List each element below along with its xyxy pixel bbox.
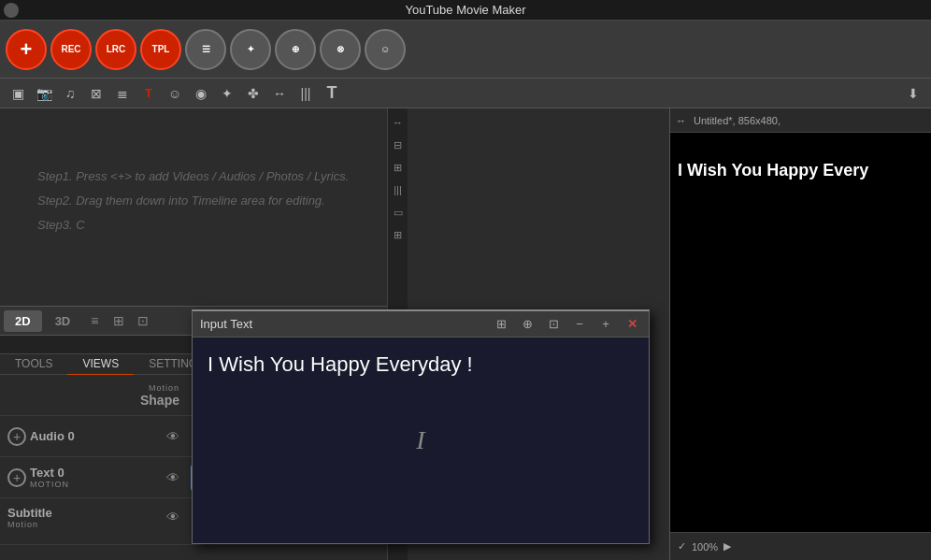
snowflake-button[interactable]: ✦ bbox=[230, 29, 271, 70]
modal-icon2[interactable]: ⊕ bbox=[518, 315, 537, 334]
play-button[interactable]: ▶ bbox=[723, 540, 731, 553]
subtitle-eye-icon[interactable]: 👁 bbox=[166, 510, 179, 524]
tab-2d[interactable]: 2D bbox=[4, 310, 42, 332]
window-icon bbox=[4, 3, 19, 18]
add-button[interactable]: + bbox=[6, 29, 47, 70]
sec-pin-icon[interactable]: ✤ bbox=[241, 81, 265, 106]
modal-text-content: I Wish You Happy Everyday ! bbox=[208, 352, 473, 376]
sec-toolbar: ▣ 📷 ♫ ⊠ ≣ T ☺ ◉ ✦ ✤ ↔ ||| T ⬇ bbox=[0, 79, 931, 108]
tpl-button[interactable]: TPL bbox=[140, 29, 181, 70]
sec-star-icon[interactable]: ✦ bbox=[215, 81, 239, 106]
subtitle-label: Subtitle Motion 👁 bbox=[0, 498, 187, 545]
audio0-add-button[interactable]: + bbox=[7, 427, 26, 446]
step1-text: Step1. Press <+> to add Videos / Audios … bbox=[37, 165, 349, 189]
title-bar: YouTube Movie Maker bbox=[0, 0, 931, 21]
sec-music-icon[interactable]: ♫ bbox=[58, 81, 82, 106]
subtitle-name: Subtitle bbox=[7, 506, 52, 520]
audio0-label: + Audio 0 👁 bbox=[0, 427, 187, 446]
tab-list-icon[interactable]: ≡ bbox=[83, 309, 106, 332]
main-area: Step1. Press <+> to add Videos / Audios … bbox=[0, 108, 931, 560]
right-icon-grid2[interactable]: ⊞ bbox=[390, 159, 407, 176]
audio0-name: Audio 0 bbox=[30, 429, 75, 443]
tab-layout-icon[interactable]: ⊡ bbox=[132, 309, 154, 332]
modal-body[interactable]: I Wish You Happy Everyday ! I bbox=[193, 337, 649, 543]
right-icon-square[interactable]: ▭ bbox=[390, 204, 407, 221]
motion-shape-label: Motion Shape bbox=[0, 383, 187, 408]
preview-canvas: I Wish You Happy Every bbox=[670, 133, 931, 532]
preview-header: ↔ Untitled*, 856x480, bbox=[670, 108, 931, 133]
right-icon-arrows[interactable]: ↔ bbox=[390, 114, 407, 131]
steps-text: Step1. Press <+> to add Videos / Audios … bbox=[37, 165, 349, 237]
preview-info: Untitled*, 856x480, bbox=[694, 115, 781, 126]
sec-emoji-icon[interactable]: ☺ bbox=[163, 81, 187, 106]
modal-minimize-button[interactable]: − bbox=[570, 315, 589, 334]
shape-label: Shape bbox=[140, 393, 179, 408]
step2-text: Step2. Drag them down into Timeline area… bbox=[37, 189, 349, 213]
right-icon-bar[interactable]: ||| bbox=[390, 181, 407, 198]
cursor-indicator: I bbox=[416, 425, 424, 454]
graffiti-eye-icon[interactable]: 👁 bbox=[166, 557, 179, 561]
sec-list-icon[interactable]: ≣ bbox=[110, 81, 135, 106]
lrc-button[interactable]: LRC bbox=[95, 29, 136, 70]
sec-grid-icon[interactable]: ▣ bbox=[6, 81, 30, 106]
motion-label: Motion bbox=[149, 383, 179, 393]
text0-eye-icon[interactable]: 👁 bbox=[166, 470, 179, 485]
text0-motion-label: MOTION bbox=[30, 480, 69, 489]
download-area: ⬇ bbox=[901, 81, 925, 106]
zoom-level: 100% bbox=[692, 541, 718, 553]
modal-close-button[interactable]: ✕ bbox=[623, 315, 641, 334]
sec-arrow-icon[interactable]: ↔ bbox=[267, 81, 292, 106]
bottom-tab-tools[interactable]: TOOLS bbox=[0, 353, 67, 376]
right-icon-grid1[interactable]: ⊟ bbox=[390, 136, 407, 153]
person-button[interactable]: ☺ bbox=[365, 29, 406, 70]
modal-maximize-button[interactable]: + bbox=[596, 315, 615, 334]
text0-label: + Text 0 MOTION 👁 bbox=[0, 466, 187, 489]
sec-bigtext-icon[interactable]: T bbox=[320, 81, 344, 106]
graffiti-content[interactable]: Double Click to Add Graffiti bbox=[187, 545, 387, 560]
right-icon-grid3[interactable]: ⊞ bbox=[390, 226, 407, 243]
circle-button[interactable]: ⊕ bbox=[275, 29, 316, 70]
audio0-eye-icon[interactable]: 👁 bbox=[166, 429, 179, 444]
modal-icon3[interactable]: ⊡ bbox=[544, 315, 563, 334]
preview-arrows-icon: ↔ bbox=[676, 115, 686, 126]
sec-text-icon[interactable]: T bbox=[136, 81, 161, 106]
tab-3d[interactable]: 3D bbox=[44, 310, 82, 332]
preview-overlay-text: I Wish You Happy Every bbox=[670, 161, 931, 180]
sec-bars-icon[interactable]: ||| bbox=[294, 81, 318, 106]
checkmark-icon: ✓ bbox=[678, 540, 686, 553]
modal-titlebar: Input Text ⊞ ⊕ ⊡ − + ✕ bbox=[193, 311, 649, 337]
bottom-tab-views[interactable]: VIEWS bbox=[67, 353, 134, 376]
list-button[interactable]: ☰ bbox=[185, 29, 226, 70]
preview-controls: ✓ 100% ▶ bbox=[670, 532, 931, 560]
modal-title: Input Text bbox=[200, 317, 484, 331]
sec-circle-icon[interactable]: ◉ bbox=[189, 81, 213, 106]
download-icon[interactable]: ⬇ bbox=[901, 81, 925, 106]
graffiti-track: Graffiti 👁 Double Click to Add Graffiti bbox=[0, 545, 387, 560]
step3-text: Step3. C bbox=[37, 213, 349, 237]
app-title: YouTube Movie Maker bbox=[405, 3, 525, 17]
subtitle-motion-label: Motion bbox=[7, 520, 52, 529]
graffiti-label: Graffiti 👁 bbox=[0, 557, 187, 561]
tab-grid-icon[interactable]: ⊞ bbox=[107, 309, 130, 332]
rec-button[interactable]: REC bbox=[50, 29, 92, 70]
sec-camera-icon[interactable]: 📷 bbox=[32, 81, 56, 106]
top-toolbar: + REC LRC TPL ☰ ✦ ⊕ ⊗ ☺ bbox=[0, 21, 931, 79]
input-text-modal: Input Text ⊞ ⊕ ⊡ − + ✕ I Wish You Happy … bbox=[192, 309, 650, 544]
graffiti-hint: Double Click to Add Graffiti bbox=[187, 545, 387, 560]
grid-button[interactable]: ⊗ bbox=[320, 29, 361, 70]
modal-icon1[interactable]: ⊞ bbox=[492, 315, 510, 334]
text0-name: Text 0 bbox=[30, 466, 69, 480]
right-panel: ↔ Untitled*, 856x480, I Wish You Happy E… bbox=[669, 108, 931, 560]
sec-filmstrip-icon[interactable]: ⊠ bbox=[84, 81, 108, 106]
canvas-area: Step1. Press <+> to add Videos / Audios … bbox=[0, 108, 669, 560]
text0-add-button[interactable]: + bbox=[7, 468, 26, 487]
modal-text-display: I Wish You Happy Everyday ! bbox=[208, 352, 634, 377]
